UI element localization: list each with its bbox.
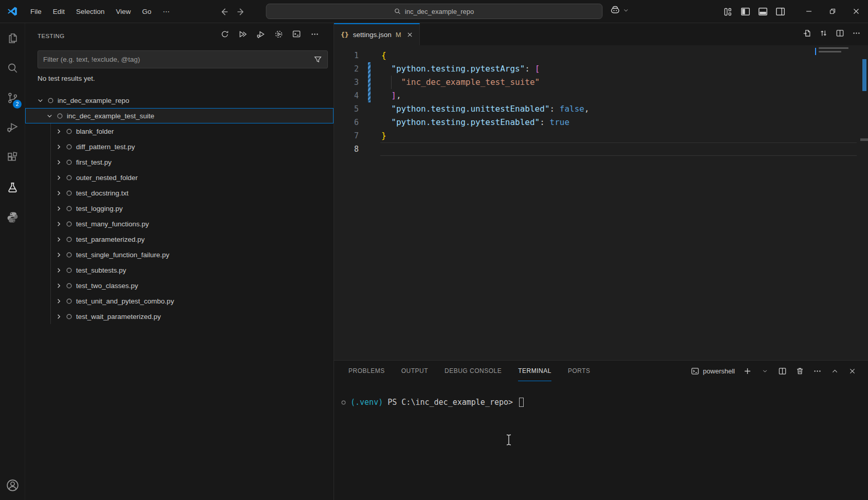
terminal-instance-button[interactable]: powershell	[691, 367, 735, 376]
sidebar-item-search[interactable]	[0, 53, 25, 83]
toggle-secondary-sidebar-icon[interactable]	[775, 6, 786, 17]
menu-more[interactable]: ⋯	[157, 5, 176, 18]
sidebar-item-python[interactable]	[0, 202, 25, 232]
tree-item-test_many_functions.py[interactable]: test_many_functions.py	[25, 216, 334, 231]
account-button[interactable]	[0, 472, 25, 498]
customize-layout-icon[interactable]	[723, 7, 733, 17]
tree-item-first_test.py[interactable]: first_test.py	[25, 154, 334, 170]
run-all-tests-button[interactable]	[237, 28, 248, 40]
menu-file[interactable]: File	[25, 5, 47, 18]
panel-tab-terminal[interactable]: TERMINAL	[518, 361, 551, 381]
tree-item-label: test_logging.py	[76, 205, 123, 212]
code-line-2[interactable]: 2 "python.testing.pytestArgs": [	[334, 62, 868, 76]
maximize-panel-button[interactable]	[829, 365, 840, 377]
source-control-badge: 2	[13, 100, 22, 109]
sidebar-item-source-control[interactable]: 2	[0, 83, 25, 113]
copilot-button[interactable]	[609, 4, 629, 16]
code-line-4[interactable]: 4 ],	[334, 89, 868, 102]
extensions-icon	[6, 151, 20, 165]
panel-tab-problems[interactable]: PROBLEMS	[348, 361, 385, 381]
tree-item-test_single_function_failure.py[interactable]: test_single_function_failure.py	[25, 247, 334, 262]
code-line-8[interactable]: 8	[334, 142, 868, 156]
tree-item-test_two_classes.py[interactable]: test_two_classes.py	[25, 278, 334, 293]
back-button[interactable]	[216, 4, 231, 20]
toggle-panel-icon[interactable]	[758, 6, 768, 17]
python-icon	[6, 210, 20, 224]
close-panel-button[interactable]	[846, 365, 858, 377]
split-terminal-button[interactable]	[777, 365, 788, 377]
tree-item-diff_pattern_test.py[interactable]: diff_pattern_test.py	[25, 139, 334, 154]
sidebar-item-run-and-debug[interactable]	[0, 113, 25, 142]
test-state-icon	[55, 111, 64, 120]
tree-item-test_wait_parameterized.py[interactable]: test_wait_parameterized.py	[25, 309, 334, 324]
search-icon	[6, 61, 20, 75]
close-window-button[interactable]	[844, 0, 868, 23]
new-terminal-button[interactable]	[742, 365, 753, 377]
tree-item-label: test_parameterized.py	[76, 236, 145, 243]
tree-item-blank_folder[interactable]: blank_folder	[25, 123, 334, 139]
sidebar-item-testing[interactable]	[0, 172, 25, 202]
test-filter-input[interactable]	[38, 56, 313, 63]
compare-changes-button[interactable]	[819, 29, 828, 40]
menu-go[interactable]: Go	[137, 5, 157, 18]
close-panel-icon	[848, 367, 856, 375]
line-number: 5	[334, 102, 359, 116]
close-tab-icon[interactable]	[407, 31, 413, 38]
tree-item-test_docstring.txt[interactable]: test_docstring.txt	[25, 185, 334, 201]
code-line-3[interactable]: 3 "inc_dec_example_test_suite"	[334, 76, 868, 89]
split-editor-button[interactable]	[836, 29, 844, 40]
more-actions-button[interactable]	[309, 28, 320, 40]
run-tests-with-coverage-button[interactable]	[273, 28, 284, 40]
code-editor[interactable]: 1{2 "python.testing.pytestArgs": [3 "inc…	[334, 45, 868, 360]
refresh-tests-button[interactable]	[219, 28, 230, 40]
tree-item-label: first_test.py	[76, 158, 112, 166]
menu-view[interactable]: View	[110, 5, 137, 18]
kill-terminal-button[interactable]	[794, 365, 805, 377]
tree-item-test_subtests.py[interactable]: test_subtests.py	[25, 262, 334, 278]
panel-tab-output[interactable]: OUTPUT	[401, 361, 428, 381]
show-output-button[interactable]	[291, 28, 302, 40]
more-actions-button[interactable]	[811, 365, 823, 377]
chevron-down-icon	[35, 96, 45, 105]
menu-selection[interactable]: Selection	[70, 5, 110, 18]
tree-item-inc_dec_example_repo[interactable]: inc_dec_example_repo	[25, 93, 334, 108]
tree-item-test_unit_and_pytest_combo.py[interactable]: test_unit_and_pytest_combo.py	[25, 293, 334, 309]
command-center-search[interactable]: inc_dec_example_repo	[266, 4, 602, 19]
json-file-icon: {}	[341, 31, 349, 39]
launch-profile-button[interactable]	[759, 365, 770, 377]
panel-tab-debug-console[interactable]: DEBUG CONSOLE	[445, 361, 502, 381]
tree-item-outer_nested_folder[interactable]: outer_nested_folder	[25, 170, 334, 185]
chevron-right-icon	[54, 312, 63, 321]
open-changes-button[interactable]	[803, 29, 811, 40]
menu-edit[interactable]: Edit	[47, 5, 70, 18]
restore-button[interactable]	[821, 0, 844, 23]
kill-terminal-icon	[796, 367, 804, 376]
scrollbar[interactable]	[860, 23, 868, 360]
tree-item-inc_dec_example_test_suite[interactable]: inc_dec_example_test_suite	[25, 108, 334, 123]
bottom-panel: PROBLEMSOUTPUTDEBUG CONSOLETERMINALPORTS…	[334, 360, 868, 500]
filter-icon[interactable]	[313, 55, 322, 64]
code-line-5[interactable]: 5 "python.testing.unittestEnabled": fals…	[334, 102, 868, 116]
panel-tab-bar: PROBLEMSOUTPUTDEBUG CONSOLETERMINALPORTS	[348, 361, 590, 381]
tree-item-test_logging.py[interactable]: test_logging.py	[25, 201, 334, 216]
code-line-6[interactable]: 6 "python.testing.pytestEnabled": true	[334, 116, 868, 129]
terminal[interactable]: (.venv) PS C:\inc_dec_example_repo>	[334, 381, 868, 500]
sidebar-item-extensions[interactable]	[0, 142, 25, 172]
tab-settings-json[interactable]: {} settings.json M	[334, 23, 420, 45]
code-text: "python.testing.pytestArgs": [	[381, 62, 540, 76]
more-actions-button[interactable]	[852, 29, 861, 40]
sidebar-item-explorer[interactable]	[0, 23, 25, 53]
chevron-right-icon	[54, 204, 63, 213]
code-line-7[interactable]: 7}	[334, 129, 868, 142]
code-text: }	[381, 129, 386, 142]
debug-all-tests-button[interactable]	[255, 28, 266, 40]
overview-cursor-mark	[860, 138, 868, 141]
toggle-primary-sidebar-icon[interactable]	[740, 6, 751, 17]
panel-tab-ports[interactable]: PORTS	[568, 361, 590, 381]
tree-item-label: inc_dec_example_test_suite	[67, 112, 154, 120]
forward-button[interactable]	[234, 4, 249, 20]
minimap[interactable]	[819, 47, 855, 61]
minimize-button[interactable]	[797, 0, 821, 23]
code-line-1[interactable]: 1{	[334, 49, 868, 62]
tree-item-test_parameterized.py[interactable]: test_parameterized.py	[25, 231, 334, 247]
